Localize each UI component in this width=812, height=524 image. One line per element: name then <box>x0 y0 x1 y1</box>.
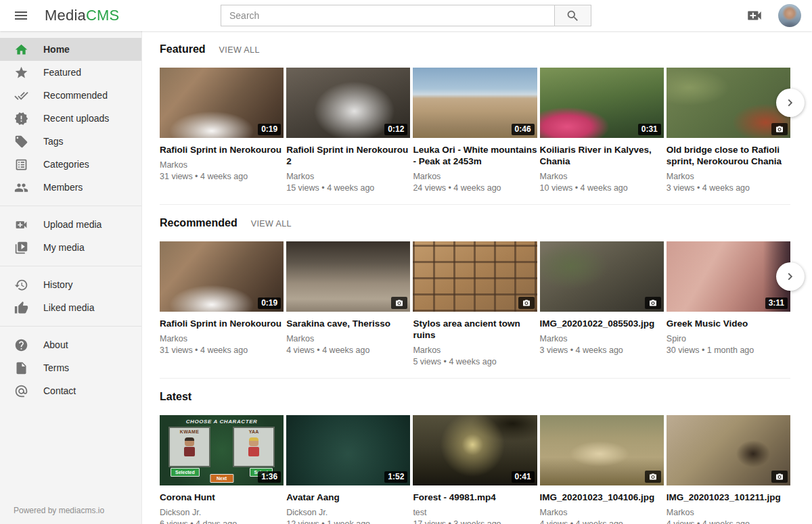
image-thumbnail[interactable] <box>540 241 664 312</box>
powered-by-text: Powered by mediacms.io <box>14 506 104 515</box>
media-card[interactable]: 0:19 Rafioli Sprint in Nerokourou Markos… <box>160 68 284 193</box>
media-title[interactable]: Corona Hunt <box>160 492 284 503</box>
media-author[interactable]: Markos <box>540 334 664 344</box>
sidebar-item-tags[interactable]: Tags <box>0 130 141 153</box>
video-thumbnail[interactable]: CHOOSE A CHARACTER KWAME YAA Selected Ne… <box>160 415 284 485</box>
sidebar-item-history[interactable]: History <box>0 273 141 296</box>
media-title[interactable]: Old bridge close to Rafioli sprint, Nero… <box>667 144 790 167</box>
media-author[interactable]: Markos <box>286 334 410 344</box>
sidebar-item-featured[interactable]: Featured <box>0 61 141 84</box>
tag-icon <box>14 134 28 149</box>
media-card[interactable]: IMG_20201022_085503.jpg Markos 3 views •… <box>540 241 664 367</box>
media-author[interactable]: Markos <box>540 508 664 518</box>
video-thumbnail[interactable]: 0:12 <box>286 68 410 138</box>
image-thumbnail[interactable] <box>540 415 664 485</box>
video-thumbnail[interactable]: 0:31 <box>540 68 664 138</box>
video-plus-icon <box>14 217 28 232</box>
mediacms-logo[interactable]: MediaCMS <box>45 7 119 24</box>
duration-badge: 1:36 <box>258 471 281 483</box>
media-title[interactable]: Sarakina cave, Therisso <box>286 318 410 329</box>
latest-cards-row: CHOOSE A CHARACTER KWAME YAA Selected Ne… <box>160 415 790 524</box>
video-thumbnail[interactable]: 0:46 <box>413 68 537 138</box>
view-all-link[interactable]: VIEW ALL <box>251 219 292 229</box>
media-card[interactable]: 0:41 Forest - 49981.mp4 test 17 views • … <box>413 415 537 524</box>
video-thumbnail[interactable]: 1:52 <box>286 415 410 485</box>
media-title[interactable]: Greek Music Video <box>667 318 790 329</box>
media-title[interactable]: IMG_20201023_104106.jpg <box>540 492 664 503</box>
media-card[interactable]: Sarakina cave, Therisso Markos 4 views •… <box>286 241 410 367</box>
camera-icon <box>395 299 403 307</box>
sidebar-item-upload-media[interactable]: Upload media <box>0 213 141 236</box>
sidebar-item-recommended[interactable]: Recommended <box>0 84 141 107</box>
media-author[interactable]: Markos <box>413 346 537 356</box>
media-card[interactable]: 0:12 Rafioli Sprint in Nerokourou 2 Mark… <box>286 68 410 193</box>
media-title[interactable]: Rafioli Sprint in Nerokourou <box>160 318 284 329</box>
new-releases-icon <box>14 111 28 126</box>
media-author[interactable]: Markos <box>160 160 284 170</box>
media-author[interactable]: Markos <box>667 508 790 518</box>
media-card[interactable]: Old bridge close to Rafioli sprint, Nero… <box>667 68 790 193</box>
sidebar-item-contact[interactable]: Contact <box>0 379 141 402</box>
sidebar-item-about[interactable]: About <box>0 333 141 356</box>
sidebar-item-home[interactable]: Home <box>0 38 141 61</box>
media-title[interactable]: Koiliaris River in Kalyves, Chania <box>540 144 664 167</box>
media-title[interactable]: Stylos area ancient town ruins <box>413 318 537 341</box>
sidebar-item-categories[interactable]: Categories <box>0 153 141 176</box>
view-all-link[interactable]: VIEW ALL <box>219 45 260 55</box>
sidebar-item-my-media[interactable]: My media <box>0 236 141 259</box>
carousel-next-button[interactable] <box>776 89 805 117</box>
video-thumbnail[interactable]: 0:19 <box>160 241 284 312</box>
duration-badge: 0:19 <box>258 124 281 135</box>
section-latest: Latest CHOOSE A CHARACTER KWAME YAA Sele… <box>160 379 790 524</box>
media-title[interactable]: IMG_20201022_085503.jpg <box>540 318 664 329</box>
media-author[interactable]: test <box>413 508 537 518</box>
carousel-next-button[interactable] <box>776 262 805 291</box>
media-author[interactable]: Markos <box>540 172 664 182</box>
media-title[interactable]: Leuka Ori - White mountains - Peak at 24… <box>413 144 537 167</box>
sidebar-item-liked-media[interactable]: Liked media <box>0 296 141 319</box>
media-card[interactable]: 1:52 Avatar Aang Dickson Jr. 12 views • … <box>286 415 410 524</box>
image-thumbnail[interactable] <box>667 68 790 138</box>
upload-media-icon[interactable] <box>746 7 763 24</box>
media-meta: 4 views • 4 weeks ago <box>540 519 664 524</box>
image-thumbnail[interactable] <box>413 241 537 312</box>
media-author[interactable]: Markos <box>413 172 537 182</box>
media-title[interactable]: Avatar Aang <box>286 492 410 503</box>
sidebar-item-members[interactable]: Members <box>0 176 141 199</box>
video-thumbnail[interactable]: 0:19 <box>160 68 284 138</box>
media-title[interactable]: IMG_20201023_101211.jpg <box>667 492 790 503</box>
media-author[interactable]: Dickson Jr. <box>286 508 410 518</box>
media-title[interactable]: Rafioli Sprint in Nerokourou 2 <box>286 144 410 167</box>
media-author[interactable]: Markos <box>667 172 790 182</box>
media-card[interactable]: IMG_20201023_104106.jpg Markos 4 views •… <box>540 415 664 524</box>
user-avatar[interactable] <box>778 4 801 27</box>
media-author[interactable]: Markos <box>286 172 410 182</box>
game-character-figure <box>248 437 259 456</box>
sidebar-item-terms[interactable]: Terms <box>0 356 141 379</box>
media-card[interactable]: CHOOSE A CHARACTER KWAME YAA Selected Ne… <box>160 415 284 524</box>
section-title: Featured <box>160 43 206 55</box>
media-title[interactable]: Rafioli Sprint in Nerokourou <box>160 144 284 156</box>
image-thumbnail[interactable] <box>667 415 790 485</box>
media-card[interactable]: 0:46 Leuka Ori - White mountains - Peak … <box>413 68 537 193</box>
media-card[interactable]: Stylos area ancient town ruins Markos 5 … <box>413 241 537 367</box>
video-thumbnail[interactable]: 0:41 <box>413 415 537 485</box>
media-author[interactable]: Spiro <box>667 334 790 344</box>
media-card[interactable]: 3:11 Greek Music Video Spiro 30 views • … <box>667 241 790 367</box>
hamburger-menu-icon[interactable] <box>12 7 30 24</box>
media-title[interactable]: Forest - 49981.mp4 <box>413 492 537 503</box>
chevron-right-icon <box>783 95 798 110</box>
media-card[interactable]: 0:31 Koiliaris River in Kalyves, Chania … <box>540 68 664 193</box>
media-author[interactable]: Dickson Jr. <box>160 508 284 518</box>
game-character-panel: YAA <box>233 427 275 467</box>
sidebar-item-recent-uploads[interactable]: Recent uploads <box>0 107 141 130</box>
camera-icon <box>522 299 531 307</box>
image-thumbnail[interactable] <box>286 241 410 312</box>
game-character-panel: KWAME <box>168 427 210 467</box>
video-thumbnail[interactable]: 3:11 <box>667 241 790 312</box>
media-card[interactable]: 0:19 Rafioli Sprint in Nerokourou Markos… <box>160 241 284 367</box>
media-card[interactable]: IMG_20201023_101211.jpg Markos 4 views •… <box>667 415 790 524</box>
search-button[interactable] <box>554 5 591 26</box>
search-input[interactable] <box>221 5 554 26</box>
media-author[interactable]: Markos <box>160 334 284 344</box>
